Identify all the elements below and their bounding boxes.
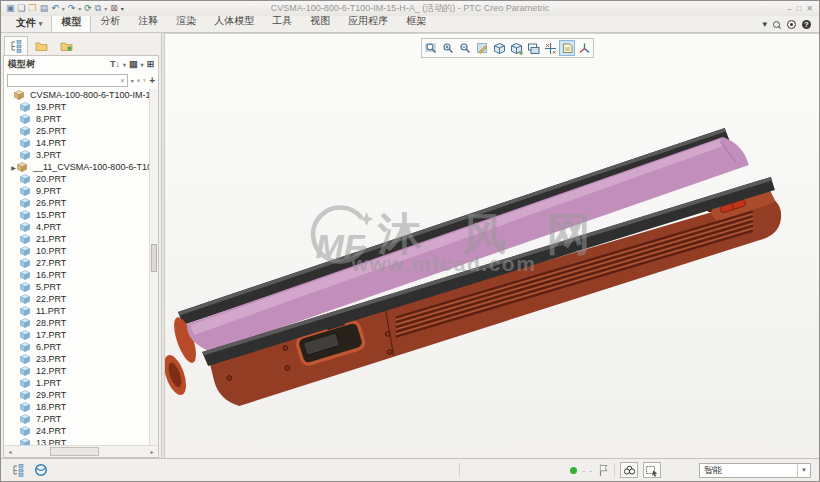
caret-icon: ▾: [123, 61, 126, 68]
scroll-right-icon[interactable]: ▸: [146, 448, 158, 455]
tree-item[interactable]: 11.PRT: [4, 305, 149, 317]
tree-item[interactable]: 13.PRT: [4, 437, 149, 445]
windows-caret[interactable]: ▾: [104, 6, 107, 12]
in-graphics-toolbar: [421, 38, 594, 58]
tree-item[interactable]: 22.PRT: [4, 293, 149, 305]
notifications-flag-icon[interactable]: [598, 463, 609, 477]
save-icon[interactable]: ▤: [40, 4, 49, 13]
tree-item[interactable]: 17.PRT: [4, 329, 149, 341]
tree-item[interactable]: 15.PRT: [4, 209, 149, 221]
toggle-navigator-button[interactable]: [9, 462, 27, 478]
toggle-browser-button[interactable]: [32, 462, 50, 478]
expand-settings-icon[interactable]: +: [149, 75, 155, 86]
search-options-caret-icon[interactable]: ▾: [131, 77, 134, 84]
tree-item[interactable]: 8.PRT: [4, 113, 149, 125]
maximize-icon[interactable]: □: [796, 4, 801, 13]
tree-item[interactable]: 29.PRT: [4, 389, 149, 401]
datum-display-filters-icon: [544, 42, 557, 55]
tree-item[interactable]: 3.PRT: [4, 149, 149, 161]
binoculars-icon: [623, 464, 636, 476]
minimize-ribbon-caret-icon[interactable]: ▾: [762, 20, 767, 29]
find-icon[interactable]: [137, 75, 140, 86]
tree-filters-icon[interactable]: T↓: [110, 60, 120, 69]
graphics-area[interactable]: MF 沐 风 网 www.mfcad.com: [165, 33, 819, 458]
tree-item[interactable]: 18.PRT: [4, 401, 149, 413]
divider: [459, 463, 460, 477]
tree-item[interactable]: 12.PRT: [4, 365, 149, 377]
nav-tab-favorites[interactable]: [54, 36, 78, 55]
tree-settings-icon[interactable]: ▤: [129, 60, 138, 69]
tree-item[interactable]: 27.PRT: [4, 257, 149, 269]
open-file-icon[interactable]: ❐: [29, 4, 37, 13]
saved-orientations-button[interactable]: [508, 40, 524, 56]
tree-columns-icon[interactable]: ⊞: [146, 60, 154, 69]
tree-item[interactable]: 21.PRT: [4, 233, 149, 245]
close-window-icon[interactable]: ⊠: [110, 4, 118, 13]
tree-search-input[interactable]: [8, 76, 118, 85]
combobox-caret-icon[interactable]: ▼: [797, 464, 810, 477]
regen-dashes: - -: [582, 466, 593, 475]
tree-item[interactable]: 16.PRT: [4, 269, 149, 281]
view-manager-button[interactable]: [525, 40, 541, 56]
filter-icon[interactable]: [143, 75, 146, 86]
tree-item[interactable]: 25.PRT: [4, 125, 149, 137]
tree-item[interactable]: 20.PRT: [4, 173, 149, 185]
title-bar: ▣❏❐▤↶▾↷▾⟳⧉▾⊠▾ CVSMA-100-800-6-T100-IM-15…: [1, 1, 819, 16]
tree-item[interactable]: 19.PRT: [4, 101, 149, 113]
tree-item[interactable]: 10.PRT: [4, 245, 149, 257]
tree-item[interactable]: 14.PRT: [4, 137, 149, 149]
redo-caret[interactable]: ▾: [78, 6, 81, 12]
tree-vertical-scrollbar[interactable]: [149, 89, 158, 445]
undo-caret[interactable]: ▾: [62, 6, 65, 12]
tree-item[interactable]: 7.PRT: [4, 413, 149, 425]
scroll-left-icon[interactable]: ◂: [4, 448, 16, 455]
tree-item[interactable]: 9.PRT: [4, 185, 149, 197]
tree-item[interactable]: 4.PRT: [4, 221, 149, 233]
command-search-icon[interactable]: [773, 21, 781, 29]
tree-item[interactable]: 28.PRT: [4, 317, 149, 329]
nav-tab-model-tree[interactable]: [4, 36, 28, 55]
zoom-refit-button[interactable]: [423, 40, 439, 56]
undo-icon[interactable]: ↶: [51, 4, 59, 13]
nav-tab-folder-browser[interactable]: [29, 36, 53, 55]
scrollbar-thumb[interactable]: [50, 447, 99, 456]
scrollbar-thumb[interactable]: [151, 244, 157, 272]
datum-display-filters-button[interactable]: [542, 40, 558, 56]
annotation-display-button[interactable]: [559, 40, 575, 56]
windows-icon[interactable]: ⧉: [95, 4, 101, 13]
view-manager-icon: [527, 42, 540, 55]
zoom-out-button[interactable]: [457, 40, 473, 56]
close-icon[interactable]: ✕: [806, 4, 813, 13]
file-menu-button[interactable]: 文件 ▾: [7, 14, 51, 32]
regenerate-icon[interactable]: ⟳: [84, 4, 92, 13]
display-style-button[interactable]: [491, 40, 507, 56]
tree-item-label: 19.PRT: [36, 102, 66, 112]
tree-item[interactable]: 24.PRT: [4, 425, 149, 437]
tree-item[interactable]: ▶__11_CVSMA-100-800-6-T100-IM-1: [4, 161, 149, 173]
customize-caret[interactable]: ▾: [121, 6, 124, 12]
selection-filter-combobox[interactable]: 智能 ▼: [699, 463, 811, 478]
expand-icon[interactable]: ▶: [10, 164, 17, 171]
tree-item[interactable]: CVSMA-100-800-6-T100-IM-15-H-A_: [4, 89, 149, 101]
tree-item[interactable]: 6.PRT: [4, 341, 149, 353]
new-file-icon[interactable]: ❏: [18, 4, 26, 13]
tree-item[interactable]: 1.PRT: [4, 377, 149, 389]
app-menu-icon[interactable]: ▣: [6, 4, 15, 13]
part-icon: [20, 426, 33, 436]
clear-search-icon[interactable]: ×: [118, 76, 127, 85]
zoom-in-button[interactable]: [440, 40, 456, 56]
minimize-icon[interactable]: –: [787, 4, 791, 13]
tree-item[interactable]: 5.PRT: [4, 281, 149, 293]
redo-icon[interactable]: ↷: [68, 4, 76, 13]
3d-viewport[interactable]: MF 沐 风 网 www.mfcad.com: [165, 34, 819, 458]
spin-center-button[interactable]: [576, 40, 592, 56]
tree-horizontal-scrollbar[interactable]: ◂ ▸: [4, 445, 158, 457]
repaint-button[interactable]: [474, 40, 490, 56]
tree-item-label: 6.PRT: [36, 342, 61, 352]
tree-item[interactable]: 23.PRT: [4, 353, 149, 365]
select-items-button[interactable]: [643, 462, 661, 478]
find-button[interactable]: [620, 462, 638, 478]
help-icon[interactable]: ?: [802, 20, 811, 29]
tree-item[interactable]: 26.PRT: [4, 197, 149, 209]
session-icon[interactable]: [787, 20, 796, 29]
